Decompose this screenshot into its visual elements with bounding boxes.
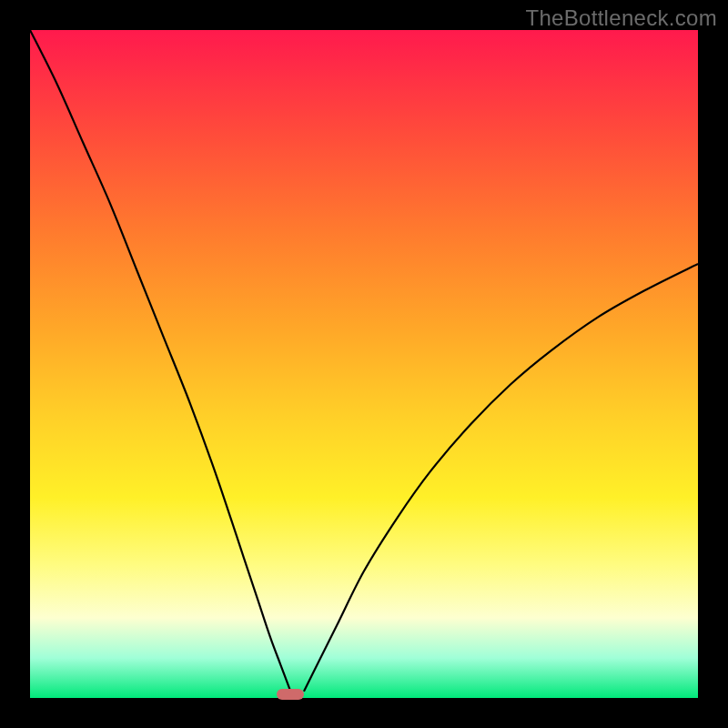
chart-frame: TheBottleneck.com — [0, 0, 728, 728]
curve-left-branch — [30, 30, 290, 692]
curve-right-branch — [304, 264, 698, 692]
plot-area — [30, 30, 698, 698]
minimum-marker — [277, 689, 304, 700]
bottleneck-curve — [30, 30, 698, 698]
watermark-text: TheBottleneck.com — [525, 5, 717, 31]
